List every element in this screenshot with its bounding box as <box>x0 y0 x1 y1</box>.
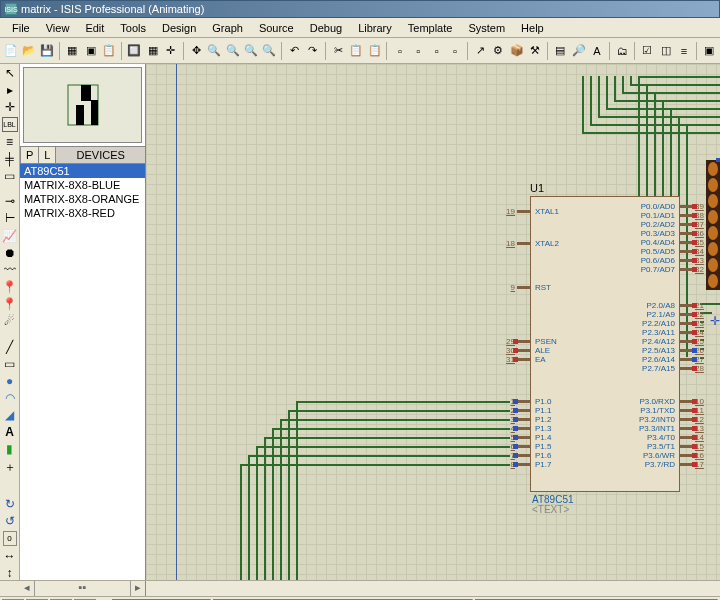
flip-h-icon[interactable]: ↔ <box>2 549 18 563</box>
marker-icon[interactable]: ＋ <box>2 459 18 475</box>
pin-P1.5[interactable]: 6P1.5 <box>511 442 531 451</box>
path-icon[interactable]: ◢ <box>2 408 18 422</box>
menu-help[interactable]: Help <box>513 20 552 36</box>
pin-P3.3/INT1[interactable]: P3.3/INT113 <box>679 424 704 433</box>
zoom-out-icon[interactable]: 🔍 <box>224 42 241 60</box>
chip-body[interactable]: 19XTAL118XTAL29RST29PSEN30ALE31EA1P1.02P… <box>530 196 680 492</box>
pin-P2.5/A13[interactable]: P2.5/A1326 <box>679 346 704 355</box>
pin-P3.5/T1[interactable]: P3.5/T115 <box>679 442 704 451</box>
menu-template[interactable]: Template <box>400 20 461 36</box>
pin-XTAL2[interactable]: 18XTAL2 <box>506 239 531 248</box>
new-icon[interactable]: 📄 <box>2 42 19 60</box>
netlist-icon[interactable]: ◫ <box>657 42 674 60</box>
pin-P2.7/A15[interactable]: P2.7/A1528 <box>679 364 704 373</box>
export-icon[interactable]: 📋 <box>100 42 117 60</box>
paste-icon[interactable]: 📋 <box>366 42 383 60</box>
rotate-cw-icon[interactable]: ↻ <box>2 497 18 511</box>
terminal-icon[interactable]: ⊸ <box>2 194 18 208</box>
pin-P1.0[interactable]: 1P1.0 <box>511 397 531 406</box>
led-matrix[interactable] <box>706 160 720 290</box>
zoom-all-icon[interactable]: 🔍 <box>242 42 259 60</box>
pin-P0.4/AD4[interactable]: P0.4/AD435 <box>679 238 704 247</box>
device-item[interactable]: MATRIX-8X8-ORANGE <box>20 192 145 206</box>
junction-icon[interactable]: ✛ <box>2 100 18 114</box>
erc-icon[interactable]: ☑ <box>639 42 656 60</box>
pin-P2.1/A9[interactable]: P2.1/A922 <box>679 310 704 319</box>
graph-icon[interactable]: 📈 <box>2 229 18 243</box>
tape-icon[interactable]: ⏺ <box>2 246 18 260</box>
pin-ALE[interactable]: 30ALE <box>506 346 531 355</box>
pin-P0.5/AD5[interactable]: P0.5/AD534 <box>679 247 704 256</box>
rotate-ccw-icon[interactable]: ↺ <box>2 514 18 528</box>
pin-P0.3/AD3[interactable]: P0.3/AD336 <box>679 229 704 238</box>
pin-P2.0/A8[interactable]: P2.0/A821 <box>679 301 704 310</box>
pin-P1.6[interactable]: 7P1.6 <box>511 451 531 460</box>
save-icon[interactable]: 💾 <box>39 42 56 60</box>
bus-icon[interactable]: ╪ <box>2 152 18 166</box>
pin-EA[interactable]: 31EA <box>506 355 531 364</box>
device-item[interactable]: MATRIX-8X8-RED <box>20 206 145 220</box>
text-icon[interactable]: A <box>2 425 18 439</box>
undo-icon[interactable]: ↶ <box>286 42 303 60</box>
menu-view[interactable]: View <box>38 20 78 36</box>
device-pin-icon[interactable]: ⊢ <box>2 211 18 225</box>
symbol-icon[interactable]: ▮ <box>2 442 18 456</box>
pin-P0.2/AD2[interactable]: P0.2/AD237 <box>679 220 704 229</box>
copy-icon[interactable]: 📋 <box>348 42 365 60</box>
select-icon[interactable]: ↖ <box>2 66 18 80</box>
grid-icon[interactable]: ▦ <box>144 42 161 60</box>
menu-tools[interactable]: Tools <box>112 20 154 36</box>
generator-icon[interactable]: 〰 <box>2 263 18 277</box>
instrument-icon[interactable]: ☄ <box>2 314 18 328</box>
subcircuit-icon[interactable]: ▭ <box>2 169 18 183</box>
menu-graph[interactable]: Graph <box>204 20 251 36</box>
probe-i-icon[interactable]: 📍 <box>2 297 18 311</box>
arc-icon[interactable]: ◠ <box>2 391 18 405</box>
pick-icon[interactable]: ↗ <box>472 42 489 60</box>
pin-P0.7/AD7[interactable]: P0.7/AD732 <box>679 265 704 274</box>
package-icon[interactable]: 📦 <box>508 42 525 60</box>
make-icon[interactable]: ⚙ <box>490 42 507 60</box>
schematic-canvas[interactable]: U1 19XTAL118XTAL29RST29PSEN30ALE31EA1P1.… <box>146 64 720 580</box>
pin-P3.7/RD[interactable]: P3.7/RD17 <box>679 460 704 469</box>
wire-autoroute-icon[interactable]: ▤ <box>552 42 569 60</box>
circle-icon[interactable]: ● <box>2 374 18 388</box>
pin-P3.1/TXD[interactable]: P3.1/TXD11 <box>679 406 704 415</box>
block-delete-icon[interactable]: ▫ <box>446 42 463 60</box>
pin-P0.0/AD0[interactable]: P0.0/AD039 <box>679 202 704 211</box>
ares-icon[interactable]: ▣ <box>701 42 718 60</box>
line-icon[interactable]: ╱ <box>2 339 18 353</box>
open-icon[interactable]: 📂 <box>20 42 37 60</box>
probe-v-icon[interactable]: 📍 <box>2 280 18 294</box>
menu-debug[interactable]: Debug <box>302 20 350 36</box>
decompose-icon[interactable]: ⚒ <box>526 42 543 60</box>
menu-edit[interactable]: Edit <box>77 20 112 36</box>
tab-l[interactable]: L <box>38 146 56 163</box>
cut-icon[interactable]: ✂ <box>330 42 347 60</box>
block-move-icon[interactable]: ▫ <box>410 42 427 60</box>
block-rotate-icon[interactable]: ▫ <box>428 42 445 60</box>
search-icon[interactable]: 🔎 <box>570 42 587 60</box>
flip-v-icon[interactable]: ↕ <box>2 566 18 580</box>
pin-P1.3[interactable]: 4P1.3 <box>511 424 531 433</box>
redraw-icon[interactable]: 🔲 <box>126 42 143 60</box>
device-item[interactable]: AT89C51 <box>20 164 145 178</box>
pin-P0.6/AD6[interactable]: P0.6/AD633 <box>679 256 704 265</box>
pin-P3.0/RXD[interactable]: P3.0/RXD10 <box>679 397 704 406</box>
pin-P2.6/A14[interactable]: P2.6/A1427 <box>679 355 704 364</box>
pin-P1.2[interactable]: 3P1.2 <box>511 415 531 424</box>
text-script-icon[interactable]: ≡ <box>2 135 18 149</box>
menu-library[interactable]: Library <box>350 20 400 36</box>
pin-P2.4/A12[interactable]: P2.4/A1225 <box>679 337 704 346</box>
device-item[interactable]: MATRIX-8X8-BLUE <box>20 178 145 192</box>
component-icon[interactable]: ▸ <box>2 83 18 97</box>
property-icon[interactable]: A <box>588 42 605 60</box>
design-explorer-icon[interactable]: 🗂 <box>613 42 630 60</box>
print-area-icon[interactable]: ▦ <box>64 42 81 60</box>
menu-source[interactable]: Source <box>251 20 302 36</box>
menu-design[interactable]: Design <box>154 20 204 36</box>
pin-PSEN[interactable]: 29PSEN <box>506 337 531 346</box>
tab-p[interactable]: P <box>20 146 39 163</box>
pin-P1.7[interactable]: 8P1.7 <box>511 460 531 469</box>
zoom-in-icon[interactable]: 🔍 <box>206 42 223 60</box>
